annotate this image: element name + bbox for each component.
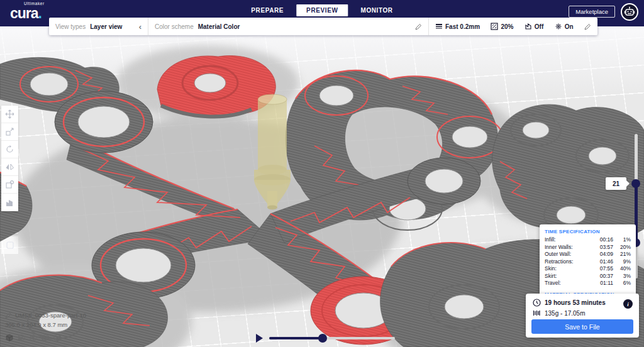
view-left-icon[interactable] [41, 333, 50, 342]
move-icon [5, 109, 14, 119]
print-time-estimate: 19 hours 53 minutes [545, 299, 606, 306]
cura-logo: Ultimaker cura. [10, 2, 45, 21]
infill-icon [491, 23, 498, 30]
print-job-panel: 19 hours 53 minutes 135g - 17.05m i Save… [526, 294, 639, 338]
time-row: Retractions:01:469% [545, 258, 631, 266]
infill-value: 20% [501, 23, 513, 30]
per-model-settings-button[interactable] [1, 176, 18, 194]
nozzle-preview [254, 94, 291, 210]
stage-tabs: PREPARE PREVIEW MONITOR [241, 4, 402, 16]
time-row: Outer Wall:04:0921% [545, 251, 631, 258]
edit-settings-pencil-icon[interactable] [584, 23, 591, 30]
rename-pencil-icon[interactable] [5, 312, 12, 319]
model-info: UMS5_0033-spare-part-10 305.0 x 204.9 x … [5, 312, 86, 328]
scale-tool-button[interactable] [1, 123, 18, 141]
time-row: Skin:07:5540% [545, 265, 631, 273]
cura-window: Ultimaker cura. PREPARE PREVIEW MONITOR … [0, 0, 644, 347]
support-icon [525, 23, 532, 30]
material-usage-estimate: 135g - 17.05m [545, 310, 586, 317]
print-settings-summary[interactable]: Fast 0.2mm 20% Off On [429, 18, 597, 35]
time-row: Skirt:00:373% [545, 273, 631, 280]
view-types-label: View types [55, 23, 86, 30]
model-dimensions: 305.0 x 204.9 x 8.7 mm [5, 321, 86, 328]
view-types-value: Layer view [90, 23, 122, 30]
color-scheme-label: Color scheme [155, 23, 194, 30]
adhesion-value: On [565, 23, 574, 30]
mirror-tool-button[interactable] [1, 158, 18, 176]
tab-preview[interactable]: PREVIEW [296, 4, 348, 16]
account-avatar[interactable] [620, 3, 639, 21]
marketplace-button[interactable]: Marketplace [569, 6, 615, 18]
time-row: Infill:00:161% [545, 236, 631, 244]
view-front-icon[interactable] [17, 333, 26, 342]
rotate-tool-button[interactable] [1, 141, 18, 158]
time-row: Inner Walls:03:5720% [545, 244, 631, 251]
tab-prepare[interactable]: PREPARE [241, 4, 294, 16]
collapse-chevron-icon[interactable]: ‹ [139, 23, 142, 31]
simulation-slider-fill [269, 337, 323, 339]
camera-view-buttons [5, 333, 62, 342]
edit-pencil-icon[interactable] [415, 23, 422, 30]
support-blocker-button[interactable] [1, 194, 18, 211]
per-model-settings-icon [5, 180, 14, 189]
simulation-slider-handle[interactable] [318, 334, 327, 343]
robot-avatar-icon [620, 3, 639, 21]
material-spool-icon [533, 309, 540, 317]
scale-icon [5, 127, 14, 136]
simulation-slider-track[interactable] [269, 337, 395, 339]
print-details-info-button[interactable]: i [623, 299, 633, 309]
rotate-icon [5, 145, 14, 154]
support-setting[interactable]: Off [525, 23, 543, 30]
mirror-icon [5, 162, 14, 172]
profile-value: Fast 0.2mm [445, 23, 480, 30]
adhesion-setting[interactable]: On [555, 23, 574, 30]
color-scheme-value: Material Color [198, 23, 240, 30]
view-3d-icon[interactable] [5, 333, 14, 342]
infill-setting[interactable]: 20% [491, 23, 513, 30]
logo-dot: . [38, 5, 42, 21]
time-row: Travel:01:116% [545, 280, 631, 287]
layer-slider-upper-handle[interactable] [631, 179, 640, 188]
time-spec-title: TIME SPECIFICATION [545, 229, 631, 234]
adhesion-icon [555, 23, 562, 30]
model-part[interactable] [492, 104, 644, 238]
view-right-icon[interactable] [53, 333, 62, 342]
model-name: UMS5_0033-spare-part-10 [15, 312, 86, 319]
move-tool-button[interactable] [1, 106, 18, 123]
clock-icon [533, 299, 541, 307]
support-blocker-icon [5, 198, 14, 207]
layer-height-icon [435, 23, 443, 30]
color-scheme-selector[interactable]: Color scheme Material Color [148, 18, 428, 35]
support-value: Off [535, 23, 543, 30]
view-top-icon[interactable] [29, 333, 38, 342]
simulation-play-button[interactable] [256, 334, 263, 343]
current-layer-tooltip: 21 [606, 177, 626, 190]
tool-panel [1, 106, 18, 211]
view-types-selector[interactable]: View types Layer view ‹ [49, 18, 148, 35]
profile-setting[interactable]: Fast 0.2mm [435, 23, 480, 30]
save-to-file-button[interactable]: Save to File [531, 319, 633, 334]
stage-menu-bar: View types Layer view ‹ Color scheme Mat… [49, 18, 597, 35]
tab-monitor[interactable]: MONITOR [350, 4, 402, 16]
